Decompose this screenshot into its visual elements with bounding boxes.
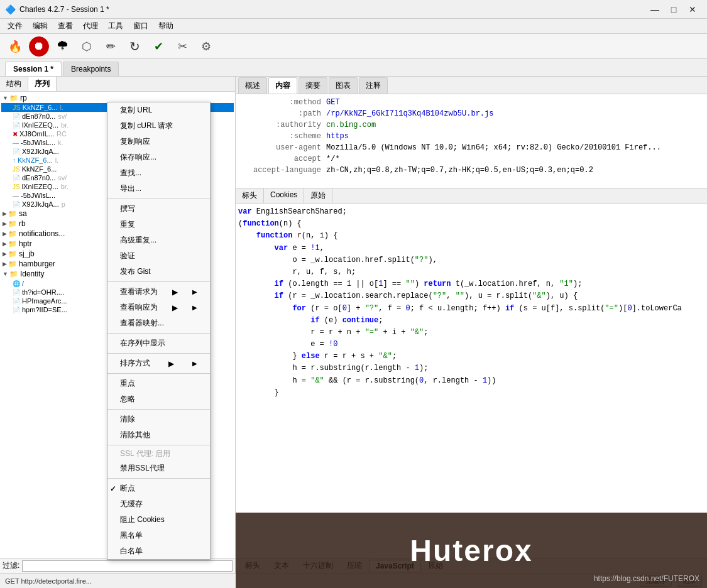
ctx-publish-gist[interactable]: 发布 Gist xyxy=(107,264,210,280)
tab-notes[interactable]: 注释 xyxy=(359,77,388,94)
ctx-disable-ssl[interactable]: 禁用SSL代理 xyxy=(107,460,210,476)
tree-label-x92-1: X92JkJqA... xyxy=(22,148,59,155)
sub-tab-cookies[interactable]: Cookies xyxy=(264,188,304,203)
ctx-ssl-enable: SSL 代理: 启用 xyxy=(107,447,210,460)
ctx-export[interactable]: 导出... xyxy=(107,181,210,197)
ctx-save-response[interactable]: 保存响应... xyxy=(107,150,210,165)
header-val-scheme: https xyxy=(326,131,349,142)
ctx-advanced-repeat[interactable]: 高级重复... xyxy=(107,232,210,248)
tree-suffix-den2: sv/ xyxy=(58,174,67,182)
ctx-view-response[interactable]: 查看响应为▶ xyxy=(107,300,210,315)
filter-label: 过滤: xyxy=(3,560,19,571)
ctx-clear[interactable]: 清除 xyxy=(107,411,210,427)
header-row-accept: accept */* xyxy=(238,153,704,165)
filter-input[interactable] xyxy=(22,560,233,572)
ctx-sep8 xyxy=(107,478,210,479)
ctx-breakpoints[interactable]: ✓断点 xyxy=(107,481,210,496)
ctx-validate[interactable]: 验证 xyxy=(107,248,210,264)
tab-summary[interactable]: 摘要 xyxy=(299,77,327,94)
header-area: :method GET :path /rp/KkNZF_6GkI7l1q3Kq4… xyxy=(236,94,707,188)
refresh-button[interactable]: ↻ xyxy=(124,36,145,57)
tab-breakpoints[interactable]: Breakpoints xyxy=(63,62,119,76)
tree-label-hpm: hpm?IID=SE... xyxy=(22,306,67,313)
session-tabs: Session 1 * Breakpoints xyxy=(0,59,707,77)
ctx-highlight[interactable]: 重点 xyxy=(107,376,210,391)
header-val-accept-lang: zh-CN,zh;q=0.8,zh-TW;q=0.7,zh-HK;q=0.5,e… xyxy=(326,165,593,176)
tree-label-thid: th?id=OHR.... xyxy=(22,288,64,296)
sub-tab-headers[interactable]: 标头 xyxy=(236,188,264,203)
huterox-overlay: Huterox https://blog.csdn.net/FUTEROX xyxy=(236,513,707,588)
view-tabs: 结构 序列 xyxy=(0,77,235,92)
menu-tools[interactable]: 工具 xyxy=(103,19,128,33)
ctx-repeat[interactable]: 重复 xyxy=(107,217,210,232)
ctx-whitelist[interactable]: 白名单 xyxy=(107,543,210,559)
settings-button[interactable]: ⚙ xyxy=(196,36,216,57)
header-key-path: :path xyxy=(238,108,326,119)
pen-button[interactable]: ✏ xyxy=(101,36,121,57)
check-button[interactable]: ✔ xyxy=(148,36,168,57)
ctx-sep4 xyxy=(107,353,210,354)
cloud-button[interactable]: 🌩 xyxy=(53,36,73,57)
sub-tab-raw[interactable]: 原始 xyxy=(304,188,332,203)
code-line-2: (function(n) { xyxy=(238,218,704,230)
header-key-scheme: :scheme xyxy=(238,131,326,142)
tab-sequence[interactable]: 序列 xyxy=(28,77,57,91)
menu-view[interactable]: 查看 xyxy=(53,19,78,33)
tab-session1[interactable]: Session 1 * xyxy=(5,62,62,76)
tab-chart[interactable]: 图表 xyxy=(329,77,358,94)
menu-window[interactable]: 窗口 xyxy=(128,19,153,33)
tab-structure[interactable]: 结构 xyxy=(0,77,28,91)
record-button[interactable]: ⏺ xyxy=(29,36,49,57)
ctx-clear-others[interactable]: 清除其他 xyxy=(107,427,210,443)
maximize-button[interactable]: □ xyxy=(664,3,683,16)
menu-help[interactable]: 帮助 xyxy=(153,19,178,33)
filter-bar: 过滤: xyxy=(0,558,235,573)
ctx-compose[interactable]: 撰写 xyxy=(107,201,210,217)
ctx-block-cookies[interactable]: 阻止 Cookies xyxy=(107,512,210,528)
ctx-copy-curl[interactable]: 复制 cURL 请求 xyxy=(107,118,210,134)
status-text: GET http://detectportal.fire... xyxy=(5,577,92,585)
header-row-path: :path /rp/KkNZF_6GkI7l1q3Kq4B104zwb5U.br… xyxy=(238,108,704,119)
menu-file[interactable]: 文件 xyxy=(3,19,28,33)
ctx-find[interactable]: 查找... xyxy=(107,165,210,181)
code-line-6: r, u, f, s, h; xyxy=(238,266,704,278)
ctx-show-in-seq[interactable]: 在序列中显示 xyxy=(107,335,210,351)
ctx-no-cache[interactable]: 无缓存 xyxy=(107,496,210,512)
close-button[interactable]: ✕ xyxy=(683,3,702,16)
tree-label-hptr: hptr xyxy=(19,239,32,248)
code-line-3: function r(n, i) { xyxy=(238,230,704,242)
tools-button[interactable]: ✂ xyxy=(172,36,192,57)
ctx-copy-response[interactable]: 复制响应 xyxy=(107,134,210,150)
ctx-copy-url[interactable]: 复制 URL xyxy=(107,102,210,118)
tree-suffix-kknzf-up: l. xyxy=(55,156,59,164)
left-panel: 结构 序列 ▼ 📁 rp JS KkNZF_6... l. 📄 dEn87n0.… xyxy=(0,77,236,573)
ctx-blacklist[interactable]: 黑名单 xyxy=(107,528,210,543)
tab-content[interactable]: 内容 xyxy=(268,77,297,94)
overlay-brand-text: Huterox xyxy=(410,533,532,568)
sub-tabs: 标头 Cookies 原始 xyxy=(236,188,707,204)
header-val-method: GET xyxy=(326,97,340,108)
ctx-sort[interactable]: 排序方式▶ xyxy=(107,356,210,371)
ctx-sep1 xyxy=(107,199,210,199)
code-line-1: var EnglishSearchShared; xyxy=(238,206,704,218)
tree-label-5bj2: -5bJWlsL... xyxy=(21,192,55,199)
header-val-path: /rp/KkNZF_6GkI7l1q3Kq4B104zwb5U.br.js xyxy=(326,108,493,119)
tree-suffix-den1: sv/ xyxy=(58,112,67,120)
tree-suffix-lxni2: br. xyxy=(61,183,69,190)
header-row-useragent: user-agent Mozilla/5.0 (Windows NT 10.0;… xyxy=(238,142,704,153)
ctx-viewer-map[interactable]: 查看器映射... xyxy=(107,315,210,331)
tab-overview[interactable]: 概述 xyxy=(238,77,267,94)
menu-proxy[interactable]: 代理 xyxy=(78,19,103,33)
header-key-accept: accept xyxy=(238,153,326,165)
tree-label-kknzf1: KkNZF_6... xyxy=(23,104,58,111)
flame-button[interactable]: 🔥 xyxy=(5,36,25,57)
minimize-button[interactable]: — xyxy=(645,3,664,16)
menu-edit[interactable]: 编辑 xyxy=(28,19,53,33)
hex-button[interactable]: ⬡ xyxy=(77,36,97,57)
ctx-view-request[interactable]: 查看请求为▶ xyxy=(107,284,210,300)
right-panel-tabs: 概述 内容 摘要 图表 注释 xyxy=(236,77,707,94)
code-line-11: r = r + n + "=" + i + "&"; xyxy=(238,327,704,339)
tree-label-identity: Identity xyxy=(20,270,45,278)
tree-label-kknzf-up: KkNZF_6... xyxy=(18,156,53,164)
ctx-ignore[interactable]: 忽略 xyxy=(107,391,210,407)
